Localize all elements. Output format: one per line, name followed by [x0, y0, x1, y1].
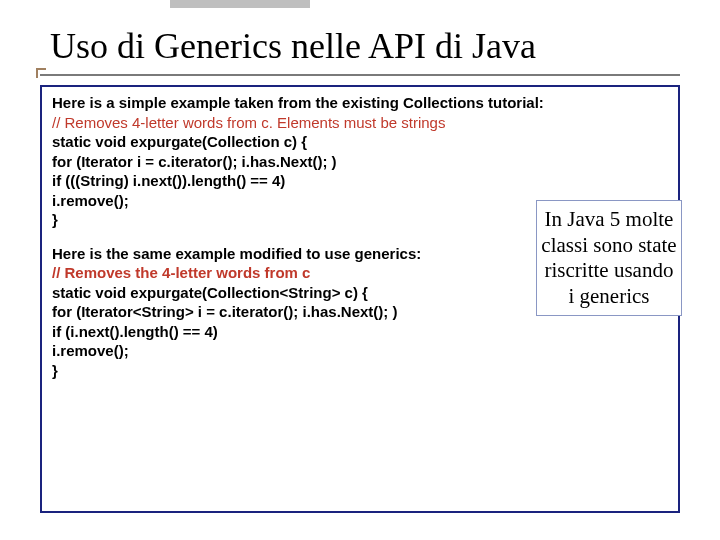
- code1-line2: for (Iterator i = c.iterator(); i.has.Ne…: [52, 152, 668, 172]
- slide: Uso di Generics nelle API di Java Here i…: [0, 0, 720, 540]
- slide-title: Uso di Generics nelle API di Java: [50, 25, 536, 67]
- code1-line1: static void expurgate(Collection c) {: [52, 132, 668, 152]
- corner-decoration: [36, 68, 46, 78]
- code2-line3: if (i.next().length() == 4): [52, 322, 668, 342]
- top-shadow: [170, 0, 310, 8]
- intro-text-1: Here is a simple example taken from the …: [52, 93, 668, 113]
- code2-line4: i.remove();: [52, 341, 668, 361]
- callout-box: In Java 5 molte classi sono state riscri…: [536, 200, 682, 316]
- code1-line3: if (((String) i.next()).length() == 4): [52, 171, 668, 191]
- code1-comment: // Removes 4-letter words from c. Elemen…: [52, 113, 668, 133]
- code2-line5: }: [52, 361, 668, 381]
- title-underline: [40, 74, 680, 76]
